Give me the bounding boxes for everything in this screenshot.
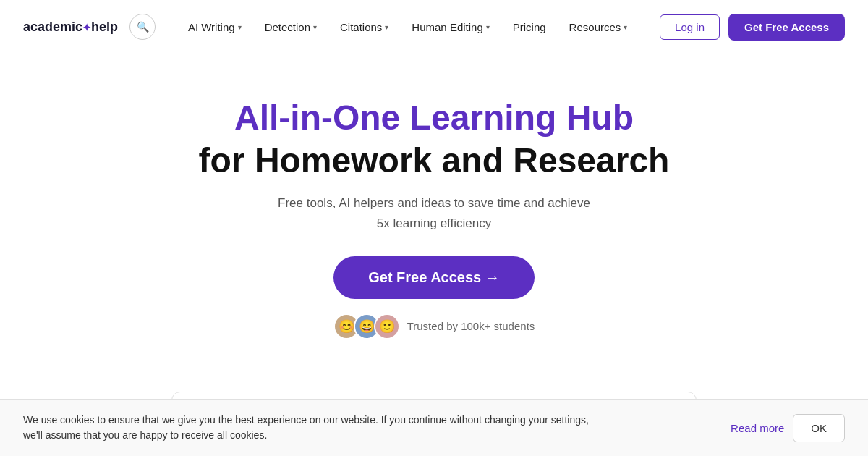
ok-button[interactable]: OK <box>793 414 845 442</box>
nav-left: academic✦help 🔍 <box>23 14 156 40</box>
cookie-text: We use cookies to ensure that we give yo… <box>23 413 602 443</box>
trust-text: Trusted by 100k+ students <box>407 320 535 332</box>
nav-citations[interactable]: Citations ▾ <box>330 15 399 39</box>
hero-title-line1: All-in-One Learning Hub <box>14 98 854 138</box>
hero-subtitle: Free tools, AI helpers and ideas to save… <box>14 193 854 232</box>
nav-human-editing[interactable]: Human Editing ▾ <box>401 15 499 39</box>
cookie-actions: Read more OK <box>731 414 845 442</box>
logo[interactable]: academic✦help <box>23 20 118 35</box>
search-button[interactable]: 🔍 <box>129 14 156 40</box>
chevron-down-icon: ▾ <box>486 23 490 31</box>
chevron-down-icon: ▾ <box>385 23 388 31</box>
nav-cta-button[interactable]: Get Free Access <box>728 14 845 41</box>
read-more-button[interactable]: Read more <box>731 422 784 434</box>
nav-ai-writing[interactable]: AI Writing ▾ <box>178 15 252 39</box>
search-icon: 🔍 <box>137 21 149 33</box>
logo-text: academic✦help <box>23 20 118 35</box>
chevron-down-icon: ▾ <box>238 23 242 31</box>
logo-star: ✦ <box>82 22 91 33</box>
navbar: academic✦help 🔍 AI Writing ▾ Detection ▾… <box>0 0 868 54</box>
avatar-group: 😊 😄 🙂 <box>333 313 400 339</box>
trust-row: 😊 😄 🙂 Trusted by 100k+ students <box>14 313 854 339</box>
nav-right: Log in Get Free Access <box>660 14 845 41</box>
nav-center: AI Writing ▾ Detection ▾ Citations ▾ Hum… <box>178 15 637 39</box>
login-button[interactable]: Log in <box>660 14 720 40</box>
chevron-down-icon: ▾ <box>624 23 627 31</box>
hero-section: All-in-One Learning Hub for Homework and… <box>0 54 868 368</box>
avatar: 🙂 <box>374 313 400 339</box>
hero-cta-button[interactable]: Get Free Access → <box>333 256 535 299</box>
nav-detection[interactable]: Detection ▾ <box>255 15 327 39</box>
nav-pricing[interactable]: Pricing <box>503 15 556 39</box>
hero-title-line2: for Homework and Research <box>14 140 854 180</box>
nav-resources[interactable]: Resources ▾ <box>559 15 638 39</box>
chevron-down-icon: ▾ <box>313 23 317 31</box>
cookie-banner: We use cookies to ensure that we give yo… <box>0 399 868 456</box>
